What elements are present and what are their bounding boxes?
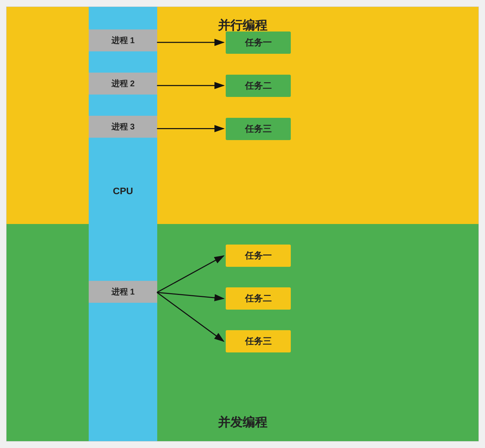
top-section: 并行编程 CPU 进程 1 进程 2 进程 3 任务一 任务二 任务三 [7,7,478,224]
bottom-process-1: 进程 1 [89,279,157,303]
svg-line-6 [157,293,224,299]
cpu-label-top: CPU [113,186,133,197]
top-process-3: 进程 3 [89,114,157,138]
bottom-section: 并发编程 进程 1 任务一 任务二 任务三 [7,224,478,441]
top-task-3: 任务三 [226,118,291,140]
bottom-task-1: 任务一 [226,245,291,267]
bottom-task-2: 任务二 [226,287,291,310]
cpu-column-top: CPU 进程 1 进程 2 进程 3 [89,7,157,224]
main-container: 并行编程 CPU 进程 1 进程 2 进程 3 任务一 任务二 任务三 [6,7,479,441]
top-process-2: 进程 2 [89,71,157,95]
top-task-1: 任务一 [226,32,291,54]
cpu-column-bottom: 进程 1 [89,224,157,441]
svg-line-5 [157,256,224,293]
top-process-1: 进程 1 [89,27,157,51]
concurrent-title: 并发编程 [218,414,267,431]
svg-line-7 [157,293,224,341]
bottom-task-3: 任务三 [226,330,291,352]
top-task-2: 任务二 [226,75,291,97]
